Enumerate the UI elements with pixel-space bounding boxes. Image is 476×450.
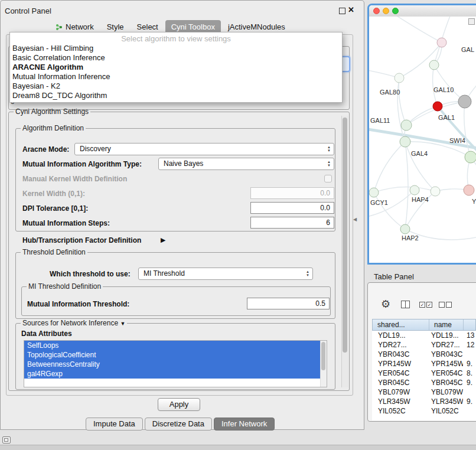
algorithm-option[interactable]: Mutual Information Inference: [10, 72, 342, 81]
manual-kernel-checkbox[interactable]: [324, 175, 332, 182]
collapse-down-icon: ▼: [120, 321, 125, 327]
zoom-traffic-light[interactable]: [392, 8, 399, 14]
table-cell: 9.: [463, 397, 476, 406]
hub-section-label[interactable]: Hub/Transcription Factor Definition: [22, 236, 141, 244]
network-node-label: GAL: [461, 46, 474, 53]
table-header-cell[interactable]: shared...: [373, 319, 429, 330]
table-cell: 8.: [463, 369, 476, 378]
table-row[interactable]: YER054CYER054C8.: [372, 369, 476, 378]
network-node[interactable]: [401, 120, 412, 131]
table-cell: YBL079W: [429, 387, 463, 397]
table-cell: 13: [463, 331, 476, 340]
network-node[interactable]: [429, 60, 439, 70]
table-cell: YBR045C: [429, 378, 463, 387]
network-canvas[interactable]: GALGAL80GAL10GAL11GAL1SWI4GAL4GCY1HAP4YH…: [369, 17, 476, 263]
table-cell: YER054C: [429, 369, 463, 378]
network-node[interactable]: [400, 224, 410, 234]
bottom-tab-infer-network[interactable]: Infer Network: [214, 418, 275, 431]
algorithm-option[interactable]: ARACNE Algorithm: [10, 63, 342, 72]
data-attributes-list[interactable]: SelfLoopsTopologicalCoefficientBetweenne…: [24, 340, 327, 387]
table-cell: 9.: [463, 359, 476, 369]
settings-legend: Cyni Algorithm Settings: [14, 107, 90, 116]
mi-type-label: Mutual Information Algorithm Type:: [22, 160, 142, 168]
table-row[interactable]: YPR145WYPR145W9.: [372, 359, 476, 369]
network-node[interactable]: [433, 102, 442, 111]
sources-legend[interactable]: Sources for Network Inference ▼: [21, 319, 127, 327]
bottom-tab-impute-data[interactable]: Impute Data: [86, 418, 143, 431]
table-row[interactable]: YDL19...YDL19...13: [372, 331, 476, 340]
select-all-icon[interactable]: ✓✓: [419, 302, 432, 308]
aracne-mode-select[interactable]: Discovery ▲▼: [74, 143, 334, 155]
table-cell: YDL19...: [372, 331, 429, 340]
bottom-tab-discretize-data[interactable]: Discretize Data: [145, 418, 212, 431]
algorithm-option[interactable]: Bayesian - Hill Climbing: [10, 44, 342, 53]
network-node[interactable]: [431, 187, 440, 196]
network-node-label: GAL4: [411, 150, 428, 157]
network-edge: [374, 193, 405, 229]
close-traffic-light[interactable]: [373, 8, 380, 14]
algorithm-option[interactable]: Dream8 DC_TDC Algorithm: [10, 91, 342, 100]
network-edge: [399, 78, 406, 125]
mi-steps-field[interactable]: 6: [250, 217, 334, 229]
desktop: Control Panel ✕ NetworkStyleSelectCyni T…: [0, 0, 476, 450]
network-node[interactable]: [458, 95, 471, 108]
network-node[interactable]: [465, 151, 476, 163]
table-cell: YBL079W: [372, 387, 429, 397]
minimize-traffic-light[interactable]: [383, 8, 389, 14]
attribute-item[interactable]: TopologicalCoefficient: [24, 350, 327, 360]
network-node-label: GAL11: [370, 117, 390, 124]
table-row[interactable]: YLR345WYLR345W9.: [372, 397, 476, 406]
algorithm-placeholder: Select algorithm to view settings: [10, 34, 342, 44]
network-node[interactable]: [464, 185, 474, 195]
minimized-panel-icon[interactable]: [2, 436, 11, 444]
table-cell: YPR145W: [372, 359, 429, 369]
sources-legend-text: Sources for Network Inference: [22, 319, 118, 327]
table-settings-gear-icon[interactable]: ⚙: [381, 298, 390, 311]
float-window-icon[interactable]: [339, 8, 345, 14]
attributes-list-scrollbar-thumb[interactable]: [321, 342, 325, 370]
birdseye-toggle-icon[interactable]: [468, 18, 475, 25]
network-node[interactable]: [395, 73, 404, 83]
show-columns-icon[interactable]: [401, 301, 410, 308]
tab-label: jActiveMNodules: [228, 22, 285, 31]
splitter-collapse-icon[interactable]: ◀: [353, 217, 357, 222]
table-row[interactable]: YDR27...YDR27...12: [372, 340, 476, 350]
tab-label: Style: [107, 22, 124, 31]
network-node[interactable]: [410, 185, 419, 195]
kernel-width-field[interactable]: 0.0: [250, 187, 334, 199]
table-row[interactable]: YBR045CYBR045C9.: [372, 378, 476, 387]
table-row[interactable]: YIL052CYIL052C: [372, 406, 476, 416]
algorithm-option[interactable]: Bayesian - K2: [10, 81, 342, 91]
table-header-cell[interactable]: [464, 319, 475, 330]
network-node[interactable]: [400, 136, 410, 147]
dpi-tolerance-field[interactable]: 0.0: [250, 202, 334, 214]
mi-algorithm-type-select[interactable]: Naive Bayes ▲▼: [158, 158, 334, 170]
table-cell: [463, 350, 476, 359]
deselect-all-icon[interactable]: [439, 302, 452, 308]
settings-scrollbar-thumb[interactable]: [343, 118, 347, 353]
table-cell: [463, 387, 476, 397]
which-threshold-select[interactable]: MI Threshold ▲▼: [138, 268, 313, 280]
algorithm-dropdown-popup: Select algorithm to view settings Bayesi…: [9, 32, 343, 103]
table-row[interactable]: YBL079WYBL079W: [372, 387, 476, 397]
network-edge: [374, 187, 435, 193]
attribute-item[interactable]: gal4RGexp: [24, 369, 327, 379]
table-cell: 9.: [463, 378, 476, 387]
attribute-item[interactable]: BetweennessCentrality: [24, 360, 327, 369]
table-header-row: shared...name: [372, 319, 476, 331]
network-node[interactable]: [369, 188, 379, 197]
window-title: Control Panel: [5, 6, 51, 15]
attribute-item[interactable]: SelfLoops: [24, 341, 327, 350]
table-row[interactable]: YBR043CYBR043C: [372, 350, 476, 359]
expand-right-icon[interactable]: ▶: [161, 236, 165, 244]
network-node[interactable]: [437, 38, 446, 47]
stepper-arrows-icon: ▲▼: [327, 145, 331, 152]
apply-button[interactable]: Apply: [158, 398, 200, 411]
table-header-cell[interactable]: name: [429, 319, 464, 330]
network-edge: [464, 102, 471, 157]
table-cell: YPR145W: [429, 359, 463, 369]
table-cell: YDL19...: [429, 331, 463, 340]
close-icon[interactable]: ✕: [348, 5, 354, 14]
algorithm-option[interactable]: Basic Correlation Inference: [10, 53, 342, 63]
mi-threshold-field[interactable]: 0.5: [247, 298, 330, 309]
